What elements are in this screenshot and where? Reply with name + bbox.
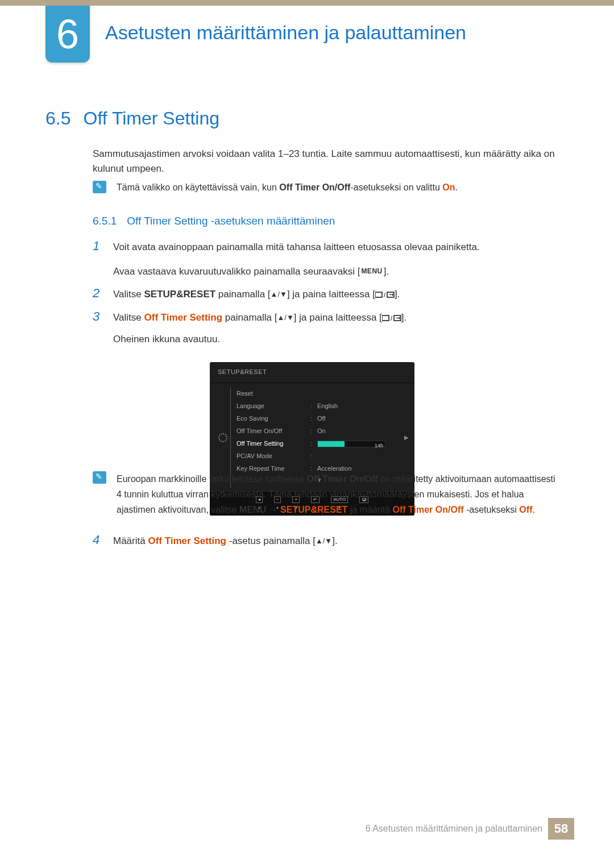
rect-enter-icon: /: [375, 289, 395, 300]
s4-b2: Off Timer Setting: [148, 535, 226, 546]
s2-mid2: ] ja paina laitteessa [: [287, 289, 375, 300]
note-text-2: Euroopan markkinoille tarkoitetuissa tuo…: [117, 471, 560, 518]
step-body: Valitse SETUP&RESET painamalla [▲/▼] ja …: [113, 286, 557, 304]
step-1: 1 Voit avata avainoppaan painamalla mitä…: [93, 239, 557, 280]
n2-b4: Off Timer On/Off: [393, 505, 464, 514]
note-block-2: Euroopan markkinoille tarkoitetuissa tuo…: [93, 471, 560, 518]
s3-post: ].: [401, 312, 406, 323]
step1-p2-pre: Avaa vastaava kuvaruutuvalikko painamall…: [113, 266, 360, 277]
svg-text:/: /: [391, 315, 393, 322]
section-heading: 6.5 Off Timer Setting: [45, 108, 219, 129]
top-border-bar: [0, 0, 614, 6]
n2-t3: ja määritä: [347, 505, 392, 514]
s2-post: ].: [395, 289, 400, 300]
osd-label: Language: [237, 401, 310, 412]
n2-b5: Off: [519, 505, 532, 514]
page-footer: 6 Asetusten määrittäminen ja palauttamin…: [366, 818, 574, 840]
osd-label: Off Timer On/Off: [237, 426, 310, 437]
arrow-up-down-icon: ▲/▼: [271, 290, 287, 298]
n2-t1: Euroopan markkinoille tarkoitetuissa tuo…: [117, 474, 306, 484]
n2-b2: MENU: [239, 505, 266, 514]
page-number: 58: [548, 818, 574, 840]
s3-mid1: painamalla [: [222, 312, 277, 323]
s4-post: ].: [332, 535, 337, 546]
osd-row-pcav: PC/AV Mode :: [237, 450, 402, 463]
note1-mid: -asetukseksi on valittu: [350, 182, 442, 192]
osd-slider: 14h: [317, 441, 385, 447]
osd-row-onoff: Off Timer On/Off : On: [237, 425, 402, 438]
step1-p1: Voit avata avainoppaan painamalla mitä t…: [113, 239, 557, 256]
step1-p2: Avaa vastaava kuvaruutuvalikko painamall…: [113, 263, 557, 281]
osd-title: SETUP&RESET: [210, 362, 414, 383]
note-text-1: Tämä valikko on käytettävissä vain, kun …: [117, 181, 557, 194]
section-number: 6.5: [45, 108, 70, 129]
osd-row-language: Language : English: [237, 400, 402, 413]
note-icon: [93, 181, 106, 193]
osd-sep: :: [310, 451, 317, 462]
chapter-title: Asetusten määrittäminen ja palauttaminen: [105, 22, 466, 44]
osd-label: Reset: [237, 388, 310, 400]
osd-row-reset: Reset: [237, 388, 402, 400]
osd-sep: :: [310, 438, 317, 450]
step1-p2-post: ].: [384, 266, 389, 277]
note-icon: [93, 471, 106, 484]
step-number: 1: [93, 239, 103, 280]
n2-b1: Off Timer On/Off: [306, 474, 377, 484]
s2-b1: SETUP&RESET: [144, 289, 216, 300]
subsection-number: 6.5.1: [93, 215, 117, 227]
osd-val: On: [317, 426, 402, 437]
n2-b3: SETUP&RESET: [280, 505, 347, 514]
osd-slider-text: 14h: [375, 441, 383, 450]
s2-pre: Valitse: [113, 289, 144, 300]
s3-p2: Oheinen ikkuna avautuu.: [113, 331, 557, 348]
osd-label: Eco Saving: [237, 413, 310, 425]
chapter-number: 6: [56, 11, 79, 57]
rect-enter-icon: /: [382, 312, 401, 323]
osd-sep: :: [310, 426, 317, 437]
osd-row-eco: Eco Saving : Off: [237, 413, 402, 425]
step-2: 2 Valitse SETUP&RESET painamalla [▲/▼] j…: [93, 286, 557, 304]
section-title: Off Timer Setting: [83, 108, 219, 129]
subsection-title: Off Timer Setting -asetuksen määrittämin…: [127, 215, 335, 227]
chapter-tab: 6: [45, 6, 90, 63]
osd-val-slider: 14h: [317, 438, 402, 450]
s3-mid2: ] ja paina laitteessa [: [294, 312, 382, 323]
osd-sep: :: [310, 401, 317, 412]
osd-row-setting-active: Off Timer Setting : 14h: [237, 438, 402, 450]
n2-t4: -asetukseksi: [464, 505, 520, 514]
s3-b2: Off Timer Setting: [144, 312, 223, 323]
note1-pre: Tämä valikko on käytettävissä vain, kun: [117, 182, 279, 192]
s4-pre: Määritä: [113, 535, 148, 546]
subsection-heading: 6.5.1 Off Timer Setting -asetuksen määri…: [93, 215, 335, 227]
arrow-up-down-icon: ▲/▼: [316, 537, 332, 545]
s4-mid: -asetus painamalla [: [226, 535, 316, 546]
osd-label: Off Timer Setting: [237, 438, 310, 450]
n2-t5: .: [532, 505, 534, 514]
footer-text: 6 Asetusten määrittäminen ja palauttamin…: [366, 824, 542, 834]
osd-slider-fill: [318, 441, 345, 447]
svg-text:/: /: [384, 292, 386, 298]
osd-sep: :: [310, 413, 317, 425]
osd-val: English: [317, 401, 402, 412]
note1-post: .: [455, 182, 457, 192]
n2-arrow: →: [266, 505, 280, 514]
arrow-up-down-icon: ▲/▼: [277, 313, 293, 322]
s2-mid1: painamalla [: [215, 289, 270, 300]
note-block-1: Tämä valikko on käytettävissä vain, kun …: [93, 181, 557, 194]
svg-rect-0: [375, 292, 382, 297]
intro-paragraph: Sammutusajastimen arvoksi voidaan valita…: [93, 147, 557, 177]
gear-icon: [218, 433, 227, 442]
note1-bold2: On: [442, 182, 455, 192]
step-number: 2: [93, 286, 103, 304]
svg-rect-3: [382, 315, 389, 321]
step-4: 4 Määritä Off Timer Setting -asetus pain…: [93, 533, 557, 550]
osd-val: Off: [317, 413, 402, 425]
step-number: 4: [93, 533, 103, 550]
menu-label: MENU: [360, 265, 383, 278]
osd-label: PC/AV Mode: [237, 451, 310, 462]
step-body: Voit avata avainoppaan painamalla mitä t…: [113, 239, 557, 280]
s3-pre: Valitse: [113, 312, 144, 323]
step-body: Määritä Off Timer Setting -asetus painam…: [113, 533, 557, 550]
note1-bold1: Off Timer On/Off: [279, 182, 350, 192]
